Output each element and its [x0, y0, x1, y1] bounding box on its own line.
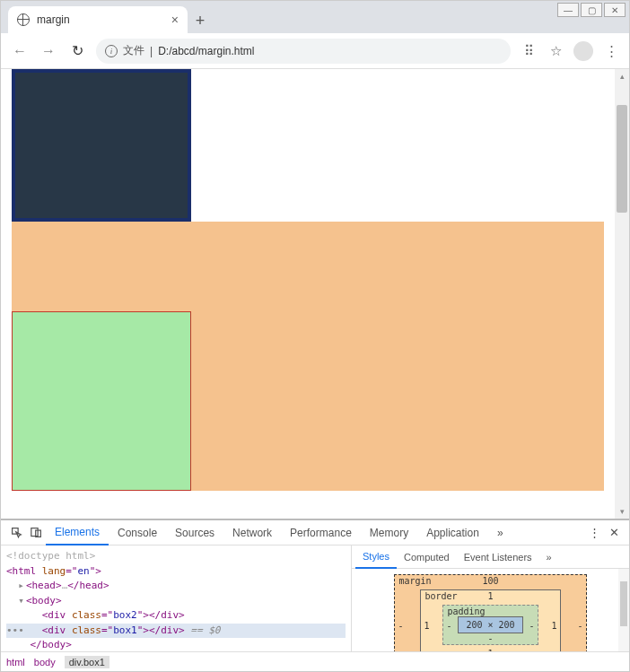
- window-maximize[interactable]: ▢: [581, 3, 602, 17]
- tab-elements[interactable]: Elements: [46, 520, 109, 545]
- viewport: ▴ ▾: [1, 69, 629, 519]
- tab-sources[interactable]: Sources: [166, 520, 223, 545]
- globe-icon: [17, 13, 30, 26]
- side-scrollbar[interactable]: [618, 569, 629, 651]
- devtools-menu-icon[interactable]: ⋮: [584, 526, 604, 539]
- url-text: D:/abcd/margin.html: [158, 45, 254, 57]
- box-model-content: 200 × 200: [458, 616, 522, 633]
- forward-button[interactable]: →: [39, 41, 58, 61]
- avatar[interactable]: [573, 41, 593, 61]
- close-icon[interactable]: ×: [171, 13, 179, 27]
- back-button[interactable]: ←: [10, 41, 30, 61]
- tab-application[interactable]: Application: [417, 520, 488, 545]
- reload-button[interactable]: ↻: [67, 41, 87, 61]
- toolbar: ← → ↻ i 文件 | D:/abcd/margin.html ⠿ ☆ ⋮: [1, 33, 629, 69]
- translate-icon[interactable]: ⠿: [520, 42, 538, 60]
- orange-area: [12, 222, 604, 491]
- svg-rect-0: [31, 528, 37, 537]
- url-scheme-label: 文件: [123, 43, 144, 58]
- inspect-icon[interactable]: [6, 527, 26, 538]
- devtools-side: Styles Computed Event Listeners » margin…: [351, 545, 629, 651]
- subtab-listeners[interactable]: Event Listeners: [457, 545, 539, 569]
- devtools-tabs: Elements Console Sources Network Perform…: [1, 520, 629, 545]
- browser-tab[interactable]: margin ×: [8, 6, 188, 33]
- tab-memory[interactable]: Memory: [361, 520, 417, 545]
- box2: [12, 69, 191, 222]
- box-model[interactable]: margin 100 - - - border 1 1 1 1 paddin: [352, 569, 629, 651]
- devtools: Elements Console Sources Network Perform…: [1, 519, 629, 671]
- window-minimize[interactable]: —: [557, 3, 579, 17]
- subtabs-overflow[interactable]: »: [539, 545, 559, 569]
- selected-element: ••• <div class="box1"></div> == $0: [6, 624, 346, 639]
- tab-network[interactable]: Network: [223, 520, 281, 545]
- crumb-body[interactable]: body: [34, 657, 56, 668]
- tabs-overflow[interactable]: »: [488, 520, 512, 545]
- crumb-selected[interactable]: div.box1: [65, 656, 109, 668]
- vertical-scrollbar[interactable]: ▴ ▾: [615, 69, 629, 519]
- subtab-computed[interactable]: Computed: [397, 545, 457, 569]
- box1: [12, 311, 191, 491]
- scroll-up-icon[interactable]: ▴: [615, 69, 629, 83]
- tab-title: margin: [37, 13, 164, 26]
- window-close[interactable]: ✕: [604, 3, 626, 17]
- devtools-close-icon[interactable]: ✕: [604, 526, 624, 539]
- subtab-styles[interactable]: Styles: [355, 545, 397, 569]
- breadcrumb: html body div.box1: [1, 651, 629, 671]
- tab-strip: margin × +: [1, 1, 629, 33]
- tab-console[interactable]: Console: [109, 520, 166, 545]
- menu-icon[interactable]: ⋮: [602, 42, 620, 60]
- new-tab-button[interactable]: +: [188, 8, 213, 33]
- page-content: [1, 69, 615, 519]
- tab-performance[interactable]: Performance: [281, 520, 361, 545]
- device-icon[interactable]: [26, 527, 46, 538]
- scroll-down-icon[interactable]: ▾: [615, 504, 629, 519]
- address-bar[interactable]: i 文件 | D:/abcd/margin.html: [96, 39, 511, 64]
- dom-tree[interactable]: <!doctype html> <html lang="en"> ▸<head>…: [1, 545, 351, 651]
- scroll-thumb[interactable]: [617, 105, 627, 213]
- info-icon[interactable]: i: [105, 45, 118, 57]
- crumb-html[interactable]: html: [6, 657, 25, 668]
- bookmark-icon[interactable]: ☆: [547, 42, 564, 60]
